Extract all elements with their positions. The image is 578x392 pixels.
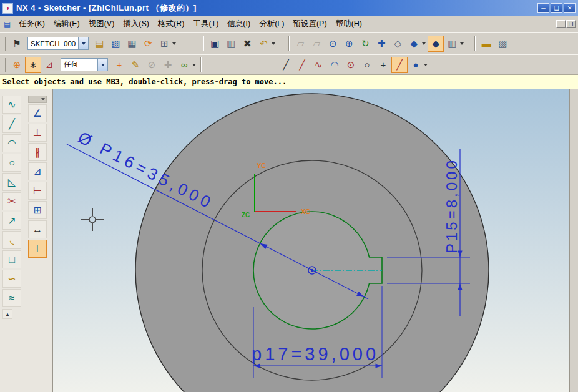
sketch-canvas[interactable]: Ø P16=35,000 P15=8,000 — [53, 89, 569, 392]
snap-filter-combo[interactable]: 任何 — [61, 58, 108, 71]
save-button[interactable]: ▣ — [207, 36, 223, 52]
nx-application-window: ◗ NX 4 - Sketcher - [ZhiChiLun.prt （修改的）… — [0, 0, 578, 392]
dropdown-arrow-icon[interactable] — [422, 42, 426, 45]
arc-tool[interactable]: ◠ — [2, 134, 21, 152]
undo-button[interactable]: ↶ — [255, 36, 272, 52]
menu-insert[interactable]: 插入(S) — [119, 17, 154, 31]
app-logo-icon[interactable]: ◗ — [2, 3, 13, 14]
minimize-button[interactable]: ─ — [537, 3, 549, 13]
dimension-keyway-depth-text[interactable]: p17=39,000 — [252, 344, 379, 364]
orient-sketch-button: ▱ — [308, 36, 325, 52]
dimensions-button[interactable]: ↔ — [28, 220, 47, 238]
toolbar-snap-and-curves: ⊕ ∗ ⊿ 任何 + ✎ ⊘ ✚ ∞ ╱ ╱ ∿ ◠ ⊙ ○ + ╱ ● — [0, 54, 578, 75]
circle-tool-button[interactable]: ○ — [359, 57, 375, 73]
sketch-display-button[interactable]: ▧ — [107, 36, 124, 52]
restore-button[interactable]: ❑ — [551, 3, 562, 13]
dropdown-arrow-icon[interactable] — [424, 64, 428, 66]
derived-lines-tool[interactable]: ◺ — [2, 173, 21, 191]
prompt-text: Select objects and use MB3, double-click… — [2, 77, 287, 86]
fillet-tool[interactable]: ◟ — [2, 231, 21, 249]
line-tool[interactable]: ╱ — [2, 115, 21, 133]
create-point-button[interactable]: + — [111, 57, 127, 73]
quick-extend-tool[interactable]: ↗ — [2, 212, 21, 230]
line-point-tool-button[interactable]: ╱ — [294, 57, 310, 73]
menu-format[interactable]: 格式(R) — [154, 17, 189, 31]
menu-edit[interactable]: 编辑(E) — [49, 17, 84, 31]
tangent-constraint-button[interactable]: ⊿ — [28, 162, 47, 180]
toolbar-grip[interactable] — [4, 58, 6, 72]
dropdown-arrow-icon[interactable] — [460, 42, 464, 45]
quick-line-tool-button[interactable]: ╱ — [391, 57, 408, 73]
parallel-constraint-button[interactable]: ∦ — [28, 143, 47, 161]
line-tool-button[interactable]: ╱ — [278, 57, 294, 73]
point-method-button[interactable]: ⊕ — [9, 57, 25, 73]
sketch-name-value: SKETCH_000 — [28, 40, 78, 47]
view-orientation-button[interactable]: ◆ — [406, 36, 422, 52]
sketch-attach-button[interactable]: ▤ — [91, 36, 107, 52]
dimension-keyway-width-text[interactable]: P15=8,000 — [443, 158, 460, 253]
ruler-button[interactable]: ▬ — [478, 36, 494, 52]
perspective-button[interactable]: ◇ — [389, 36, 406, 52]
print-button[interactable]: ▥ — [223, 36, 239, 52]
studio-spline-tool[interactable]: ∽ — [2, 270, 21, 288]
delete-button[interactable]: ✖ — [239, 36, 255, 52]
spline-tool-button[interactable]: ∿ — [310, 57, 326, 73]
sketch-options-button[interactable]: ⊞ — [156, 36, 172, 52]
rectangle-tool[interactable]: □ — [2, 250, 21, 268]
window-layout-button[interactable]: ▥ — [444, 36, 460, 52]
shaded-view-button[interactable]: ◆ — [428, 36, 444, 52]
update-model-button[interactable]: ⟳ — [140, 36, 156, 52]
pan-view-button[interactable]: ✚ — [373, 36, 389, 52]
point-tool-button[interactable]: + — [375, 57, 391, 73]
menu-tools[interactable]: 工具(T) — [189, 17, 223, 31]
quick-trim-tool[interactable]: ✂ — [2, 192, 21, 210]
circle-center-tool-button[interactable]: ⊙ — [343, 57, 359, 73]
dropdown-arrow-icon[interactable] — [172, 42, 176, 45]
mdi-minimize-button[interactable]: ─ — [556, 20, 566, 28]
menu-help[interactable]: 帮助(H) — [331, 17, 366, 31]
document-icon[interactable]: ▤ — [4, 20, 11, 29]
menu-analysis[interactable]: 分析(L) — [255, 17, 288, 31]
wcs-yc-label: YC — [257, 162, 266, 169]
mdi-restore-button[interactable]: ❑ — [566, 20, 576, 28]
toolbar-overflow-button[interactable]: ▴ — [2, 309, 12, 319]
titlebar: ◗ NX 4 - Sketcher - [ZhiChiLun.prt （修改的）… — [0, 0, 578, 16]
unavailable-button-a: ⊘ — [144, 57, 160, 73]
horizontal-constraint-button[interactable]: ⊢ — [28, 182, 47, 200]
toolbar-grip[interactable] — [4, 37, 6, 51]
right-window-strip — [569, 89, 578, 392]
constraints-active-button[interactable]: ⊥ — [28, 240, 47, 258]
circle-tool[interactable]: ○ — [2, 154, 21, 172]
close-button[interactable]: ✕ — [564, 3, 576, 13]
profile-tool[interactable]: ∿ — [2, 96, 21, 114]
constraints-toolbar-handle[interactable] — [28, 96, 47, 103]
zoom-button[interactable]: ⊕ — [341, 36, 357, 52]
toolbar-separator — [200, 57, 202, 72]
rotate-view-button[interactable]: ↻ — [357, 36, 373, 52]
annotation-button[interactable]: ✎ — [127, 57, 144, 73]
toolbar-separator — [288, 36, 290, 51]
constraint-symbols-button[interactable]: ⊿ — [41, 57, 57, 73]
combo-dropdown-icon[interactable] — [97, 59, 107, 71]
snap-point-button[interactable]: ∗ — [25, 57, 41, 73]
menu-information[interactable]: 信息(I) — [223, 17, 255, 31]
zoom-window-button[interactable]: ⊙ — [325, 36, 341, 52]
dropdown-arrow-icon[interactable] — [192, 64, 196, 66]
menu-task[interactable]: 任务(K) — [14, 17, 49, 31]
combo-dropdown-icon[interactable] — [78, 37, 88, 49]
grid-button[interactable]: ▦ — [124, 36, 140, 52]
auto-constrain-button[interactable]: ⊞ — [28, 201, 47, 219]
clipped-toolbar-button[interactable]: ▨ — [494, 36, 511, 52]
menu-preferences[interactable]: 预设置(P) — [288, 17, 331, 31]
sphere-tool-button[interactable]: ● — [408, 57, 424, 73]
finish-sketch-button[interactable]: ⚑ — [9, 36, 25, 52]
arc-tool-button[interactable]: ◠ — [326, 57, 343, 73]
unavailable-button-b: ✚ — [160, 57, 176, 73]
dropdown-arrow-icon[interactable] — [272, 42, 275, 45]
fit-curve-tool[interactable]: ≈ — [2, 289, 21, 307]
chain-curves-button[interactable]: ∞ — [176, 57, 192, 73]
sketch-name-combo[interactable]: SKETCH_000 — [27, 37, 89, 50]
menu-view[interactable]: 视图(V) — [84, 17, 119, 31]
perpendicular-constraint-button[interactable]: ⊥ — [28, 124, 47, 142]
show-constraints-button[interactable]: ∠ — [28, 104, 47, 122]
